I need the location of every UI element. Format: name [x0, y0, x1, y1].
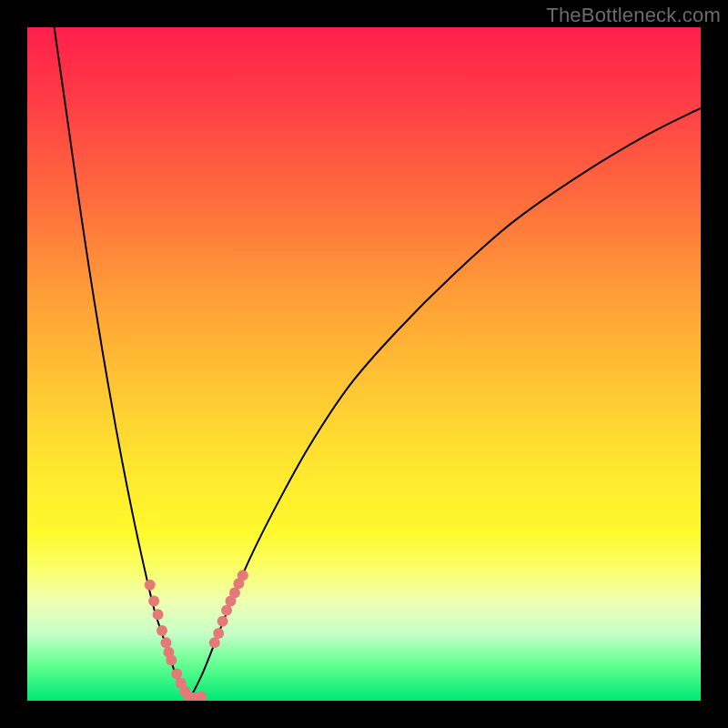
chart-frame: TheBottleneck.com: [0, 0, 728, 728]
data-marker: [209, 637, 220, 648]
data-marker: [157, 625, 167, 636]
chart-svg: [27, 27, 701, 701]
curve-right-branch: [189, 108, 701, 701]
data-marker: [160, 637, 171, 648]
data-marker: [145, 580, 156, 591]
data-marker: [166, 655, 177, 666]
data-marker: [148, 595, 159, 606]
data-marker: [153, 609, 164, 620]
data-marker: [171, 668, 182, 679]
data-marker: [221, 605, 232, 616]
plot-area: [27, 27, 701, 701]
data-marker: [217, 616, 228, 627]
data-marker: [213, 628, 224, 639]
watermark-text: TheBottleneck.com: [546, 4, 721, 27]
curve-left-branch: [55, 27, 189, 701]
data-markers: [145, 570, 248, 701]
data-marker: [238, 570, 248, 581]
data-marker: [229, 588, 240, 599]
